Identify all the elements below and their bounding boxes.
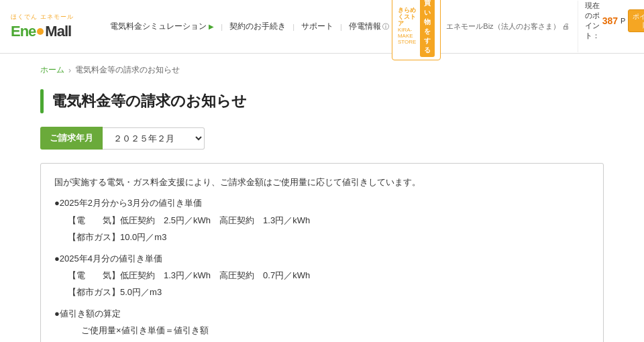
nav-simulation[interactable]: 電気料金シミュレーション ▶ — [107, 21, 217, 32]
breadcrumb-sep: › — [68, 66, 71, 75]
info-section1-electricity: 【電 気】低圧契約 2.5円／kWh 高圧契約 1.3円／kWh — [54, 213, 590, 228]
earn-points-button[interactable]: ポイントを貯る — [628, 9, 644, 32]
kira-buy-button[interactable]: 買い物をする — [420, 0, 435, 57]
page-title-area: 電気料金等の請求のお知らせ — [40, 89, 604, 113]
header-right: きらめくストア KIRA-MAKE STORE 買い物をする エネモールBiz（… — [392, 0, 644, 60]
header: ほくでん エネモール Ene Mall 電気料金シミュレーション ▶ | 契約の… — [0, 0, 644, 54]
nav-outage[interactable]: 停電情報 ⓘ — [346, 21, 392, 32]
breadcrumb: ホーム › 電気料金等の請求のお知らせ — [40, 64, 604, 76]
points-row-top: 現在のポイント： 387 P ポイントを貯る ポイント換換 契約確認 北電 太郎… — [585, 1, 644, 41]
info-section3-formula: ご使用量×値引き単価＝値引き額 — [54, 323, 590, 338]
info-section2-electricity: 【電 気】低圧契約 1.3円／kWh 高圧契約 0.7円／kWh — [54, 268, 590, 283]
nav-support[interactable]: サポート — [299, 21, 336, 32]
logo-text: Ene Mall — [11, 23, 91, 40]
page-title: 電気料金等の請求のお知らせ — [52, 91, 247, 111]
outage-icon: ⓘ — [382, 22, 389, 32]
biz-icon: 🖨 — [562, 22, 570, 30]
date-selector-select[interactable]: ２０２５年２月 — [103, 127, 205, 150]
date-selector: ご請求年月 ２０２５年２月 — [40, 127, 604, 150]
points-value: 387 — [602, 15, 618, 26]
kira-store-info: きらめくストア KIRA-MAKE STORE — [398, 7, 416, 45]
biz-link[interactable]: エネモールBiz（法人のお客さま） 🖨 — [446, 21, 569, 32]
logo: ほくでん エネモール Ene Mall — [11, 13, 91, 40]
info-box: 国が実施する電気・ガス料金支援により、ご請求金額はご使用量に応じて値引きしていま… — [40, 163, 604, 342]
info-section2-gas: 【都市ガス】5.0円／m3 — [54, 284, 590, 300]
nav-contract[interactable]: 契約のお手続き — [227, 21, 288, 32]
logo-dot — [37, 28, 44, 35]
main-content: ホーム › 電気料金等の請求のお知らせ 電気料金等の請求のお知らせ ご請求年月 … — [27, 54, 617, 342]
points-area: 現在のポイント： 387 P ポイントを貯る ポイント換換 契約確認 北電 太郎… — [578, 1, 644, 52]
simulation-icon: ▶ — [209, 23, 214, 30]
info-section3-title: ●値引き額の算定 — [54, 306, 590, 321]
main-nav: 電気料金シミュレーション ▶ | 契約のお手続き | サポート | 停電情報 ⓘ — [107, 21, 392, 32]
title-bar — [40, 89, 44, 113]
info-section1-gas: 【都市ガス】10.0円／m3 — [54, 229, 590, 245]
info-section1-title: ●2025年2月分から3月分の値引き単価 — [54, 195, 590, 211]
info-line1: 国が実施する電気・ガス料金支援により、ご請求金額はご使用量に応じて値引きしていま… — [54, 174, 590, 190]
logo-mall: Mall — [45, 23, 71, 40]
info-section2-title: ●2025年4月分の値引き単価 — [54, 251, 590, 266]
breadcrumb-home[interactable]: ホーム — [40, 64, 64, 76]
breadcrumb-current: 電気料金等の請求のお知らせ — [75, 64, 180, 76]
points-unit: P — [621, 17, 625, 25]
logo-ene: Ene — [11, 23, 36, 40]
logo-tagline: ほくでん エネモール — [11, 13, 91, 21]
points-label: 現在のポイント： — [585, 1, 600, 41]
date-selector-label: ご請求年月 — [40, 127, 103, 150]
kira-store-name-en: KIRA-MAKE STORE — [398, 27, 416, 45]
kira-store: きらめくストア KIRA-MAKE STORE 買い物をする — [392, 0, 441, 60]
kira-store-name: きらめくストア — [398, 7, 416, 27]
